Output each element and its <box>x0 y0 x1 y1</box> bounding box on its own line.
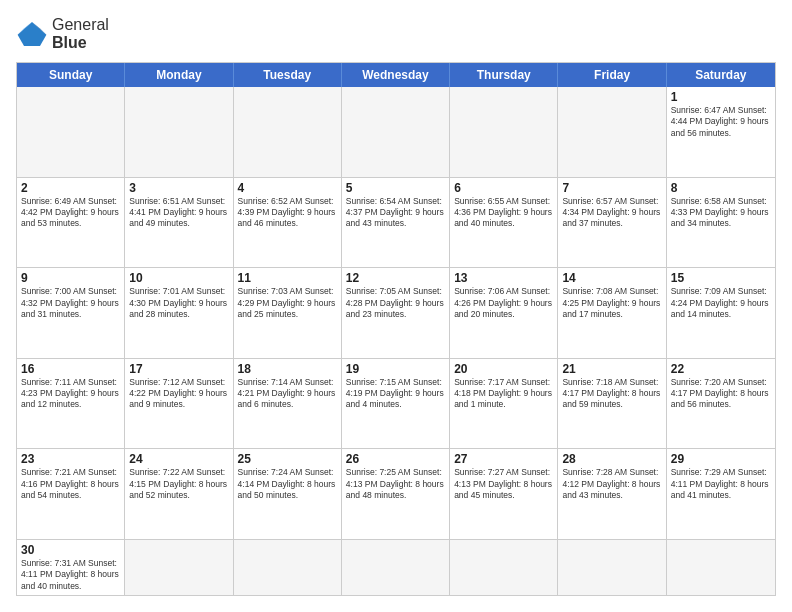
day-number: 2 <box>21 181 120 195</box>
table-row: 20Sunrise: 7:17 AM Sunset: 4:18 PM Dayli… <box>450 359 558 449</box>
table-row <box>342 540 450 595</box>
header: General Blue <box>16 16 776 52</box>
day-info: Sunrise: 7:09 AM Sunset: 4:24 PM Dayligh… <box>671 286 771 320</box>
day-number: 12 <box>346 271 445 285</box>
table-row <box>234 87 342 177</box>
table-row: 8Sunrise: 6:58 AM Sunset: 4:33 PM Daylig… <box>667 178 775 268</box>
day-info: Sunrise: 7:21 AM Sunset: 4:16 PM Dayligh… <box>21 467 120 501</box>
table-row: 5Sunrise: 6:54 AM Sunset: 4:37 PM Daylig… <box>342 178 450 268</box>
header-day-sunday: Sunday <box>17 63 125 87</box>
table-row: 19Sunrise: 7:15 AM Sunset: 4:19 PM Dayli… <box>342 359 450 449</box>
table-row: 27Sunrise: 7:27 AM Sunset: 4:13 PM Dayli… <box>450 449 558 539</box>
day-number: 14 <box>562 271 661 285</box>
table-row <box>450 540 558 595</box>
page: General Blue SundayMondayTuesdayWednesda… <box>0 0 792 612</box>
day-number: 1 <box>671 90 771 104</box>
day-info: Sunrise: 7:27 AM Sunset: 4:13 PM Dayligh… <box>454 467 553 501</box>
day-number: 21 <box>562 362 661 376</box>
table-row <box>234 540 342 595</box>
table-row: 2Sunrise: 6:49 AM Sunset: 4:42 PM Daylig… <box>17 178 125 268</box>
table-row <box>558 87 666 177</box>
day-number: 9 <box>21 271 120 285</box>
table-row: 14Sunrise: 7:08 AM Sunset: 4:25 PM Dayli… <box>558 268 666 358</box>
generalblue-logo-icon <box>16 20 48 48</box>
day-number: 24 <box>129 452 228 466</box>
day-number: 23 <box>21 452 120 466</box>
svg-marker-0 <box>18 22 47 46</box>
day-info: Sunrise: 6:57 AM Sunset: 4:34 PM Dayligh… <box>562 196 661 230</box>
day-number: 18 <box>238 362 337 376</box>
table-row: 23Sunrise: 7:21 AM Sunset: 4:16 PM Dayli… <box>17 449 125 539</box>
day-info: Sunrise: 7:17 AM Sunset: 4:18 PM Dayligh… <box>454 377 553 411</box>
header-day-thursday: Thursday <box>450 63 558 87</box>
table-row: 10Sunrise: 7:01 AM Sunset: 4:30 PM Dayli… <box>125 268 233 358</box>
table-row: 15Sunrise: 7:09 AM Sunset: 4:24 PM Dayli… <box>667 268 775 358</box>
day-info: Sunrise: 6:58 AM Sunset: 4:33 PM Dayligh… <box>671 196 771 230</box>
day-number: 15 <box>671 271 771 285</box>
calendar-week-2: 2Sunrise: 6:49 AM Sunset: 4:42 PM Daylig… <box>17 178 775 269</box>
day-number: 16 <box>21 362 120 376</box>
header-day-monday: Monday <box>125 63 233 87</box>
header-day-saturday: Saturday <box>667 63 775 87</box>
calendar-week-3: 9Sunrise: 7:00 AM Sunset: 4:32 PM Daylig… <box>17 268 775 359</box>
day-info: Sunrise: 7:18 AM Sunset: 4:17 PM Dayligh… <box>562 377 661 411</box>
day-number: 4 <box>238 181 337 195</box>
table-row: 29Sunrise: 7:29 AM Sunset: 4:11 PM Dayli… <box>667 449 775 539</box>
table-row: 9Sunrise: 7:00 AM Sunset: 4:32 PM Daylig… <box>17 268 125 358</box>
table-row: 12Sunrise: 7:05 AM Sunset: 4:28 PM Dayli… <box>342 268 450 358</box>
day-number: 6 <box>454 181 553 195</box>
header-day-friday: Friday <box>558 63 666 87</box>
day-number: 11 <box>238 271 337 285</box>
day-number: 29 <box>671 452 771 466</box>
table-row: 13Sunrise: 7:06 AM Sunset: 4:26 PM Dayli… <box>450 268 558 358</box>
day-info: Sunrise: 7:11 AM Sunset: 4:23 PM Dayligh… <box>21 377 120 411</box>
day-number: 30 <box>21 543 120 557</box>
day-info: Sunrise: 7:08 AM Sunset: 4:25 PM Dayligh… <box>562 286 661 320</box>
header-day-wednesday: Wednesday <box>342 63 450 87</box>
calendar-week-1: 1Sunrise: 6:47 AM Sunset: 4:44 PM Daylig… <box>17 87 775 178</box>
day-info: Sunrise: 7:06 AM Sunset: 4:26 PM Dayligh… <box>454 286 553 320</box>
table-row: 28Sunrise: 7:28 AM Sunset: 4:12 PM Dayli… <box>558 449 666 539</box>
header-day-tuesday: Tuesday <box>234 63 342 87</box>
day-number: 20 <box>454 362 553 376</box>
day-info: Sunrise: 7:05 AM Sunset: 4:28 PM Dayligh… <box>346 286 445 320</box>
table-row <box>125 87 233 177</box>
day-info: Sunrise: 7:00 AM Sunset: 4:32 PM Dayligh… <box>21 286 120 320</box>
day-number: 25 <box>238 452 337 466</box>
day-info: Sunrise: 7:03 AM Sunset: 4:29 PM Dayligh… <box>238 286 337 320</box>
table-row: 26Sunrise: 7:25 AM Sunset: 4:13 PM Dayli… <box>342 449 450 539</box>
table-row: 17Sunrise: 7:12 AM Sunset: 4:22 PM Dayli… <box>125 359 233 449</box>
table-row <box>125 540 233 595</box>
day-info: Sunrise: 7:15 AM Sunset: 4:19 PM Dayligh… <box>346 377 445 411</box>
day-info: Sunrise: 6:54 AM Sunset: 4:37 PM Dayligh… <box>346 196 445 230</box>
day-info: Sunrise: 6:55 AM Sunset: 4:36 PM Dayligh… <box>454 196 553 230</box>
calendar-week-4: 16Sunrise: 7:11 AM Sunset: 4:23 PM Dayli… <box>17 359 775 450</box>
day-info: Sunrise: 7:01 AM Sunset: 4:30 PM Dayligh… <box>129 286 228 320</box>
table-row <box>667 540 775 595</box>
table-row: 30Sunrise: 7:31 AM Sunset: 4:11 PM Dayli… <box>17 540 125 595</box>
calendar: SundayMondayTuesdayWednesdayThursdayFrid… <box>16 62 776 596</box>
table-row: 6Sunrise: 6:55 AM Sunset: 4:36 PM Daylig… <box>450 178 558 268</box>
table-row: 22Sunrise: 7:20 AM Sunset: 4:17 PM Dayli… <box>667 359 775 449</box>
day-info: Sunrise: 7:14 AM Sunset: 4:21 PM Dayligh… <box>238 377 337 411</box>
day-info: Sunrise: 6:49 AM Sunset: 4:42 PM Dayligh… <box>21 196 120 230</box>
day-number: 7 <box>562 181 661 195</box>
day-info: Sunrise: 7:22 AM Sunset: 4:15 PM Dayligh… <box>129 467 228 501</box>
day-number: 27 <box>454 452 553 466</box>
table-row: 25Sunrise: 7:24 AM Sunset: 4:14 PM Dayli… <box>234 449 342 539</box>
day-info: Sunrise: 6:47 AM Sunset: 4:44 PM Dayligh… <box>671 105 771 139</box>
day-info: Sunrise: 6:51 AM Sunset: 4:41 PM Dayligh… <box>129 196 228 230</box>
day-number: 5 <box>346 181 445 195</box>
table-row <box>450 87 558 177</box>
day-number: 8 <box>671 181 771 195</box>
day-info: Sunrise: 7:25 AM Sunset: 4:13 PM Dayligh… <box>346 467 445 501</box>
table-row: 21Sunrise: 7:18 AM Sunset: 4:17 PM Dayli… <box>558 359 666 449</box>
day-number: 19 <box>346 362 445 376</box>
table-row <box>558 540 666 595</box>
table-row: 11Sunrise: 7:03 AM Sunset: 4:29 PM Dayli… <box>234 268 342 358</box>
day-info: Sunrise: 7:20 AM Sunset: 4:17 PM Dayligh… <box>671 377 771 411</box>
calendar-week-5: 23Sunrise: 7:21 AM Sunset: 4:16 PM Dayli… <box>17 449 775 540</box>
table-row <box>342 87 450 177</box>
calendar-body: 1Sunrise: 6:47 AM Sunset: 4:44 PM Daylig… <box>17 87 775 595</box>
table-row: 7Sunrise: 6:57 AM Sunset: 4:34 PM Daylig… <box>558 178 666 268</box>
